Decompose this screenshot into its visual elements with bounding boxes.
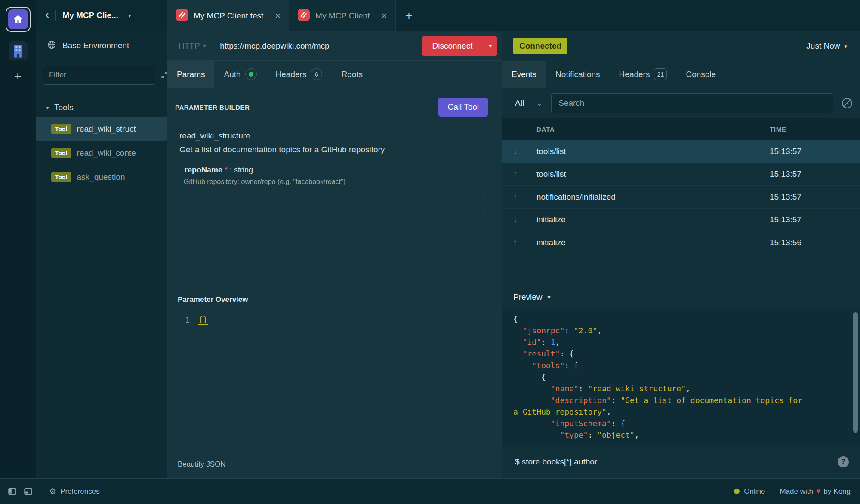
tab-label: Headers [276,70,307,79]
tab-headers[interactable]: Headers 6 [266,61,332,88]
add-workspace-button[interactable]: + [14,70,22,83]
tools-section: ▾ Tools Toolread_wiki_structToolread_wik… [36,90,167,478]
tab-my-mcp-client-test[interactable]: My MCP Client test × [167,0,289,31]
disconnect-dropdown-icon[interactable]: ▾ [483,36,497,56]
environment-selector[interactable]: Base Environment [36,31,167,60]
parameter-overview-title: Parameter Overview [167,295,502,304]
event-type-label: All [515,98,524,108]
tab-my-mcp-client[interactable]: My MCP Client × [289,0,396,31]
tool-type-badge: Tool [51,172,71,182]
preview-toggle[interactable]: Preview ▾ [502,286,860,308]
connection-status-badge: Connected [513,38,567,54]
back-button-icon[interactable]: ‹ [45,9,49,22]
home-icon [8,9,28,29]
response-tabs: Events Notifications Headers 21 Console [502,61,860,88]
tool-type-badge: Tool [51,148,71,158]
response-panel: Connected Just Now ▾ Events Notification… [502,31,860,478]
credits: Made with ♥ by Kong [780,487,851,496]
time-filter-label: Just Now [806,41,840,51]
tools-section-toggle[interactable]: ▾ Tools [36,98,167,117]
headers-count-badge: 21 [654,68,667,80]
workspace-dropdown-icon[interactable]: ▾ [128,12,131,19]
event-data-label: initialize [536,238,770,247]
received-arrow-icon: ↓ [502,147,536,156]
sidebar-header: ‹ My MCP Clie... ▾ [36,0,167,31]
event-data-label: tools/list [536,147,770,156]
tab-console[interactable]: Console [676,61,725,88]
event-data-label: initialize [536,215,770,224]
credits-prefix: Made with [780,487,813,496]
request-tabs: Params Auth Headers 6 Roots [167,61,502,88]
disconnect-button[interactable]: Disconnect [422,36,483,56]
sent-arrow-icon: ↑ [502,169,536,179]
event-type-dropdown[interactable]: All ⌄ [515,98,543,108]
online-status: Online [734,487,765,496]
close-tab-icon[interactable]: × [275,11,281,21]
tab-strip: ‹ My MCP Clie... ▾ My MCP Client test × [36,0,860,31]
toggle-panel-icon[interactable] [24,487,33,496]
param-type: : string [230,166,253,174]
tab-roots[interactable]: Roots [332,61,372,88]
repo-name-input[interactable] [184,193,484,214]
jsonpath-filter-input[interactable] [515,457,832,467]
caret-down-icon: ▾ [548,294,551,301]
event-row[interactable]: ↑notifications/initialized15:13:57 [502,186,860,209]
parameter-overview: Parameter Overview 1 {} [167,286,502,450]
clear-filter-icon[interactable] [842,98,852,108]
tool-name-label: read_wiki_conte [77,148,136,158]
tab-label: Events [512,70,536,79]
home-button[interactable] [6,7,31,32]
event-row[interactable]: ↑tools/list15:13:57 [502,163,860,186]
filter-input[interactable] [43,66,155,85]
chevron-down-icon: ▾ [844,43,847,49]
status-bar: ⚙ Preferences Online Made with ♥ by Kong [0,478,860,504]
sidebar-tool-item[interactable]: Toolask_question [36,165,167,189]
tool-name-label: ask_question [77,172,125,182]
jsonpath-filter-row: ? [502,445,860,478]
event-row[interactable]: ↑initialize15:13:56 [502,231,860,254]
workspace-avatar[interactable] [9,41,28,60]
events-search-input[interactable] [551,93,833,113]
preview-code[interactable]: { "jsonrpc": "2.0", "id": 1, "result": {… [502,308,860,445]
new-tab-button[interactable]: + [396,0,422,31]
document-tabs: My MCP Client test × My MCP Client × + [167,0,860,31]
heart-icon: ♥ [816,487,821,496]
parameter-overview-editor[interactable]: 1 {} [167,315,502,325]
tool-type-badge: Tool [51,124,71,134]
tab-notifications[interactable]: Notifications [546,61,610,88]
tab-params[interactable]: Params [167,61,214,88]
tool-list: Toolread_wiki_structToolread_wiki_conteT… [36,117,167,189]
mcp-logo-icon [298,9,310,23]
tools-section-label: Tools [54,103,73,112]
tab-events[interactable]: Events [502,61,546,88]
code-line: a GitHub repository", [513,406,849,418]
scrollbar-thumb[interactable] [853,312,858,433]
method-label: HTTP [179,41,200,51]
event-row[interactable]: ↓initialize15:13:57 [502,209,860,231]
tab-label: Headers [619,70,650,79]
beautify-json-button[interactable]: Beautify JSON [178,460,226,469]
online-label: Online [744,487,765,496]
param-help-text: GitHub repository: owner/repo (e.g. "fac… [184,178,488,186]
preferences-button[interactable]: ⚙ Preferences [49,486,100,496]
event-row[interactable]: ↓tools/list15:13:57 [502,140,860,163]
workspace-name[interactable]: My MCP Clie... [62,11,118,20]
toggle-sidebar-icon[interactable] [8,487,17,496]
tab-response-headers[interactable]: Headers 21 [610,61,677,88]
tab-auth[interactable]: Auth [214,61,266,88]
data-column-header: DATA [536,126,770,133]
close-tab-icon[interactable]: × [381,11,387,21]
event-time-label: 15:13:57 [770,192,860,202]
time-filter-dropdown[interactable]: Just Now ▾ [806,41,847,51]
code-line: "type": "object", [513,429,849,441]
chevron-down-icon: ▾ [46,104,49,111]
call-tool-button[interactable]: Call Tool [438,98,488,117]
help-icon[interactable]: ? [838,456,849,467]
events-filter-row: All ⌄ [502,88,860,118]
sidebar-tool-item[interactable]: Toolread_wiki_conte [36,141,167,165]
param-name: repoName [185,166,222,174]
sidebar-tool-item[interactable]: Toolread_wiki_struct [36,117,167,141]
app-window: + ‹ My MCP Clie... ▾ My MCP Client test [0,0,860,504]
method-dropdown[interactable]: HTTP ▾ [174,41,210,51]
url-input[interactable]: https://mcp.deepwiki.com/mcp [220,41,422,51]
